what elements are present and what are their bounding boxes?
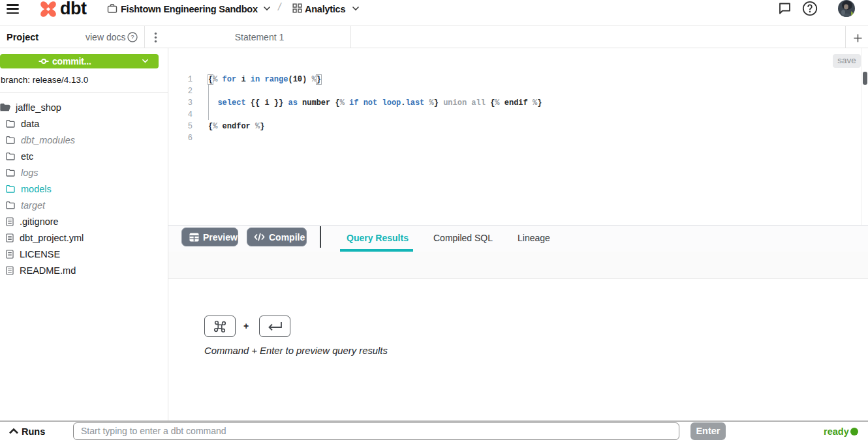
svg-text:?: ? — [131, 33, 134, 40]
